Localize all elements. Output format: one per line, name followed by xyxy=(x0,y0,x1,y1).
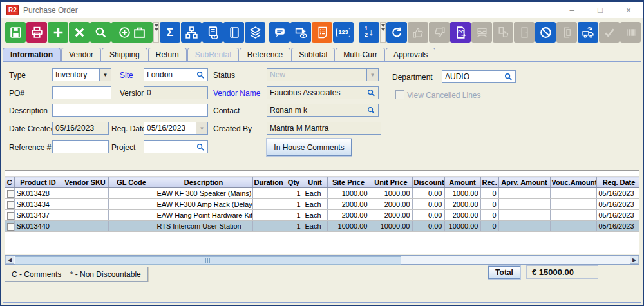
chevron-down-icon[interactable]: ▼ xyxy=(196,122,207,134)
in-house-comments-button[interactable]: In House Comments xyxy=(267,139,352,156)
grid-cell: 2000.00 xyxy=(327,199,370,210)
total-button[interactable]: Total xyxy=(488,266,520,279)
column-header[interactable]: Unit xyxy=(303,177,327,188)
grid-cell xyxy=(550,199,596,210)
column-header[interactable]: Aprv. Amount xyxy=(498,177,550,188)
row-checkbox[interactable] xyxy=(7,201,14,209)
project-search-icon[interactable] xyxy=(196,143,205,151)
column-header[interactable]: Site Price xyxy=(327,177,370,188)
approve-button xyxy=(408,22,428,43)
vendor-name-field[interactable]: Faucibus Associates xyxy=(267,86,379,99)
row-checkbox[interactable] xyxy=(7,223,14,231)
grid-cell: EAW Hang Point Hardware Kit xyxy=(155,210,252,221)
print-icon xyxy=(30,26,44,39)
column-header[interactable]: Amount xyxy=(444,177,480,188)
print-button[interactable] xyxy=(26,22,47,43)
row-checkbox[interactable] xyxy=(7,212,14,220)
site-field[interactable]: London xyxy=(144,68,208,81)
delete-button[interactable] xyxy=(69,22,90,43)
grid-cell xyxy=(550,188,596,199)
column-header[interactable]: Vouc.Amount xyxy=(550,177,596,188)
type-combobox[interactable]: Inventory ▼ xyxy=(52,68,111,81)
tab-reference[interactable]: Reference xyxy=(240,48,290,62)
column-header[interactable]: Unit Price xyxy=(370,177,412,188)
comments-button[interactable] xyxy=(269,22,290,43)
toolbar-overflow-control[interactable] xyxy=(153,22,159,43)
ship-button[interactable] xyxy=(578,22,598,43)
table-row[interactable]: SK013440RTS Intercom User Station1Each10… xyxy=(5,221,639,232)
contact-field[interactable]: Ronan m k xyxy=(267,104,379,117)
column-header[interactable]: Description xyxy=(155,177,252,188)
date-created-label: Date Created xyxy=(9,124,55,133)
reference-input[interactable] xyxy=(52,140,109,153)
grid-horizontal-scrollbar[interactable]: ◀ ▶ xyxy=(5,255,639,265)
view-layers-button[interactable] xyxy=(245,22,265,43)
acknowledge-button xyxy=(493,22,513,43)
cancel-button[interactable] xyxy=(535,22,556,43)
add-button[interactable] xyxy=(48,22,68,43)
po-number-input[interactable] xyxy=(52,86,111,99)
grid-cell: 05/16/2023 xyxy=(596,188,639,199)
catalog-button[interactable] xyxy=(223,22,244,43)
numbering-button[interactable]: 123 xyxy=(333,22,354,43)
contact-search-icon[interactable] xyxy=(367,106,375,115)
column-header[interactable]: Req. Date xyxy=(596,177,639,188)
table-row[interactable]: SK013434EAW KF300 Amp Rack (Delays)1Each… xyxy=(5,199,639,210)
column-header[interactable]: Vendor SKU xyxy=(62,177,108,188)
view-tag-button[interactable] xyxy=(290,22,311,43)
search-button[interactable] xyxy=(90,22,111,43)
column-header[interactable]: C xyxy=(5,177,14,188)
column-header[interactable]: Duration xyxy=(252,177,285,188)
tab-information[interactable]: Information xyxy=(3,48,61,62)
grid-cell: 1 xyxy=(285,199,303,210)
save-button[interactable] xyxy=(5,22,26,43)
add-items-button[interactable] xyxy=(111,22,153,43)
tab-subtotal[interactable]: Subtotal xyxy=(291,48,335,62)
column-header[interactable]: Product ID xyxy=(14,177,62,188)
summary-button[interactable]: Σ xyxy=(160,22,180,43)
column-header[interactable]: GL Code xyxy=(108,177,155,188)
maximize-button[interactable]: □ xyxy=(596,5,605,15)
sort-icon: 12↓ xyxy=(365,26,374,39)
chevron-down-icon[interactable]: ▼ xyxy=(99,69,111,81)
column-header[interactable]: Discount xyxy=(412,177,444,188)
vendor-search-icon[interactable] xyxy=(367,89,375,97)
tab-return[interactable]: Return xyxy=(148,48,187,62)
column-header[interactable]: Qty xyxy=(285,177,303,188)
grid-cell: 05/16/2023 xyxy=(596,199,639,210)
scrollbar-thumb[interactable] xyxy=(15,256,401,265)
hierarchy-button[interactable] xyxy=(181,22,202,43)
department-field[interactable]: AUDIO xyxy=(442,70,516,83)
tab-strip: InformationVendorShippingReturnSubRental… xyxy=(3,48,436,62)
row-checkbox[interactable] xyxy=(7,190,14,198)
toolbar-overflow-control-2[interactable] xyxy=(380,22,386,43)
scroll-left-arrow-icon[interactable]: ◀ xyxy=(5,256,14,264)
description-input[interactable] xyxy=(52,104,208,117)
table-row[interactable]: SK013428EAW KF 300 Speaker (Mains)1Each1… xyxy=(5,188,639,199)
tab-shipping[interactable]: Shipping xyxy=(102,48,147,62)
sigma-icon: Σ xyxy=(167,27,173,38)
po-lines-button[interactable] xyxy=(312,22,332,43)
reference-label: Reference # xyxy=(9,143,51,152)
check-icon xyxy=(603,26,616,39)
view-cancelled-lines-label: View Cancelled Lines xyxy=(407,91,481,100)
po-document-button[interactable]: PO xyxy=(450,22,471,43)
close-button[interactable]: × xyxy=(624,5,633,15)
table-row[interactable]: SK013437EAW Hang Point Hardware Kit1Each… xyxy=(5,210,639,221)
reject-button xyxy=(429,22,450,43)
req-date-combobox[interactable]: 05/16/2023 ▼ xyxy=(144,122,208,135)
refresh-button[interactable] xyxy=(386,22,407,43)
tab-vendor[interactable]: Vendor xyxy=(61,48,101,62)
scroll-right-arrow-icon[interactable]: ▶ xyxy=(630,256,639,264)
sort-button[interactable]: 12↓ xyxy=(359,22,379,43)
grid-cell: 1 xyxy=(285,221,303,232)
minimize-button[interactable]: – xyxy=(567,5,576,15)
tab-approvals[interactable]: Approvals xyxy=(386,48,435,62)
column-header[interactable]: Rec. xyxy=(480,177,498,188)
department-search-icon[interactable] xyxy=(504,73,513,81)
site-search-icon[interactable] xyxy=(196,71,205,79)
tab-multi-curr[interactable]: Multi-Curr xyxy=(336,48,385,62)
project-input[interactable] xyxy=(144,140,208,153)
comment-cell xyxy=(5,221,14,232)
view-notes-button[interactable] xyxy=(202,22,223,43)
